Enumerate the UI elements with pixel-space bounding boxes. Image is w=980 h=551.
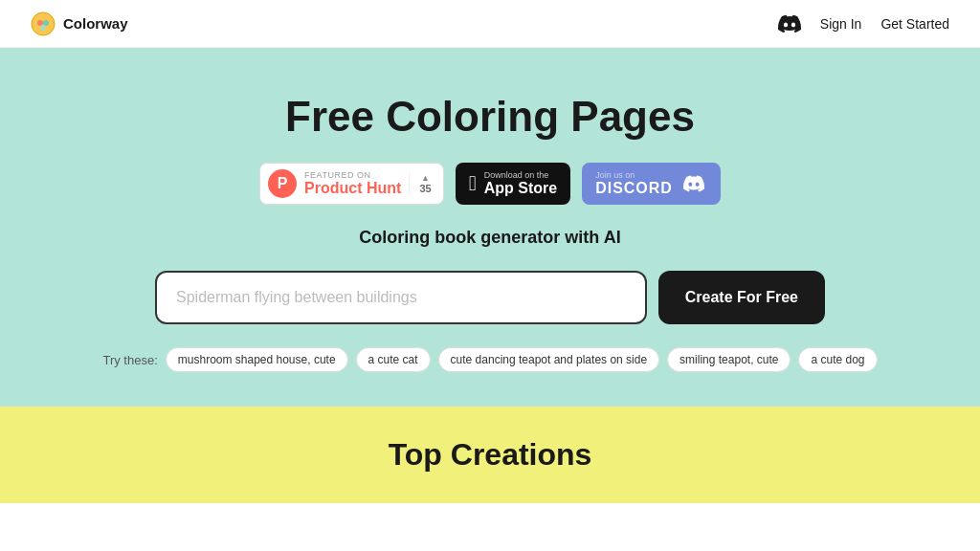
- ph-name: Product Hunt: [304, 180, 401, 197]
- svg-point-0: [32, 12, 55, 35]
- search-input[interactable]: [155, 271, 647, 324]
- create-button[interactable]: Create For Free: [658, 271, 825, 324]
- sign-in-link[interactable]: Sign In: [820, 16, 862, 32]
- search-bar-row: Create For Free: [155, 271, 825, 324]
- ph-number: 35: [419, 183, 431, 194]
- top-creations-title: Top Creations: [389, 437, 592, 473]
- navbar-right: Sign In Get Started: [778, 12, 949, 35]
- ph-arrow: ▲: [421, 173, 430, 183]
- discord-join-label: Join us on: [595, 170, 673, 180]
- try-these-label: Try these:: [102, 353, 157, 367]
- try-chip-3[interactable]: smiling teapot, cute: [667, 347, 791, 372]
- logo-icon: [31, 11, 56, 36]
- ph-featured-label: FEATURED ON: [304, 170, 401, 180]
- bottom-section: Top Creations: [0, 407, 980, 503]
- svg-point-1: [37, 20, 43, 26]
- ph-count: ▲ 35: [409, 173, 431, 194]
- ph-logo: P: [268, 169, 297, 198]
- appstore-text: Download on the App Store: [484, 170, 557, 197]
- ph-text: FEATURED ON Product Hunt: [304, 170, 401, 197]
- try-chip-4[interactable]: a cute dog: [798, 347, 877, 372]
- appstore-badge[interactable]:  Download on the App Store: [456, 163, 571, 205]
- try-these-row: Try these: mushroom shaped house, cute a…: [102, 347, 877, 372]
- logo[interactable]: Colorway: [31, 11, 128, 36]
- try-chip-1[interactable]: a cute cat: [356, 347, 431, 372]
- discord-badge[interactable]: Join us on DISCORD: [582, 163, 721, 205]
- logo-text: Colorway: [63, 15, 128, 32]
- discord-badge-icon: [680, 173, 707, 194]
- apple-icon: : [469, 171, 477, 196]
- get-started-link[interactable]: Get Started: [880, 16, 949, 32]
- badges-row: P FEATURED ON Product Hunt ▲ 35  Downlo…: [259, 163, 721, 205]
- product-hunt-badge[interactable]: P FEATURED ON Product Hunt ▲ 35: [259, 163, 444, 205]
- appstore-name: App Store: [484, 180, 557, 197]
- try-chip-0[interactable]: mushroom shaped house, cute: [166, 347, 348, 372]
- appstore-download-label: Download on the: [484, 170, 557, 180]
- hero-section: Free Coloring Pages P FEATURED ON Produc…: [0, 48, 980, 407]
- svg-point-2: [43, 20, 49, 26]
- discord-nav-icon[interactable]: [778, 12, 801, 35]
- discord-text: Join us on DISCORD: [595, 170, 673, 197]
- try-chip-2[interactable]: cute dancing teapot and plates on side: [438, 347, 660, 372]
- svg-point-3: [40, 25, 46, 31]
- navbar: Colorway Sign In Get Started: [0, 0, 980, 48]
- hero-title: Free Coloring Pages: [285, 94, 695, 140]
- hero-subtitle: Coloring book generator with AI: [359, 228, 620, 248]
- discord-name: DISCORD: [595, 180, 673, 197]
